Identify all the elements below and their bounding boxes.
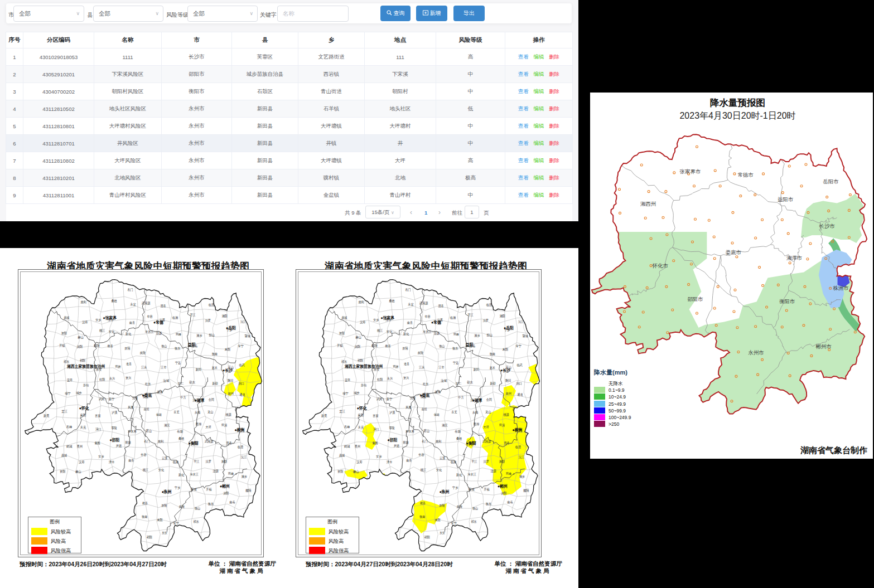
svg-text:冷水滩: 冷水滩 xyxy=(405,429,414,433)
svg-text:浏阳: 浏阳 xyxy=(501,492,506,495)
svg-text:沅陵: 沅陵 xyxy=(132,396,138,400)
svg-text:衡南: 衡南 xyxy=(419,515,426,519)
svg-text:沅江: 沅江 xyxy=(518,320,524,324)
svg-text:麻阳: 麻阳 xyxy=(80,413,86,417)
svg-text:怀化市: 怀化市 xyxy=(652,263,669,269)
svg-text:湘西土家族苗族自治州: 湘西土家族苗族自治州 xyxy=(66,364,105,370)
svg-text:●永州: ●永州 xyxy=(162,489,172,495)
svg-text:慈利: 慈利 xyxy=(157,440,164,444)
svg-text:衡南: 衡南 xyxy=(489,352,496,356)
svg-text:衡山: 衡山 xyxy=(438,344,445,348)
svg-text:吉首: 吉首 xyxy=(372,414,379,417)
svg-text:耒阳: 耒阳 xyxy=(157,518,162,522)
svg-text:安仁: 安仁 xyxy=(178,381,184,385)
svg-text:荷塘: 荷塘 xyxy=(403,441,409,445)
svg-text:桑植: 桑植 xyxy=(178,437,185,441)
svg-text:新化: 新化 xyxy=(178,473,185,477)
svg-text:冷水江: 冷水江 xyxy=(145,330,154,334)
svg-text:鹤城: 鹤城 xyxy=(66,445,73,448)
svg-text:岳阳市: 岳阳市 xyxy=(823,178,839,184)
svg-text:株洲市: 株洲市 xyxy=(833,285,849,291)
svg-text:花垣: 花垣 xyxy=(144,407,150,411)
svg-text:双牌: 双牌 xyxy=(392,365,399,369)
svg-text:安乡: 安乡 xyxy=(373,318,379,322)
svg-text:望城: 望城 xyxy=(523,334,529,338)
svg-text:湘阴: 湘阴 xyxy=(500,314,505,318)
svg-text:●衡阳: ●衡阳 xyxy=(189,440,199,446)
svg-text:●湘潭: ●湘潭 xyxy=(472,397,482,403)
svg-text:汉寿: 汉寿 xyxy=(356,460,363,464)
svg-text:平江: 平江 xyxy=(467,313,474,317)
svg-text:临湘: 临湘 xyxy=(173,460,178,464)
svg-text:●衡阳: ●衡阳 xyxy=(466,440,476,446)
svg-text:洞口: 洞口 xyxy=(239,381,244,385)
svg-text:●郴州: ●郴州 xyxy=(220,483,230,489)
svg-text:汝城: 汝城 xyxy=(441,379,447,383)
svg-text:湘滨: 湘滨 xyxy=(164,424,170,427)
svg-text:天元: 天元 xyxy=(80,426,86,429)
svg-text:●邵阳: ●邵阳 xyxy=(388,438,398,443)
svg-text:桂阳: 桂阳 xyxy=(376,378,383,382)
svg-text:中方: 中方 xyxy=(458,396,464,400)
svg-text:慈利: 慈利 xyxy=(435,440,442,444)
svg-text:临澧: 临澧 xyxy=(515,445,521,449)
svg-text:鼎城: 鼎城 xyxy=(61,454,67,458)
svg-text:保靖: 保靖 xyxy=(156,412,162,416)
svg-text:开福: 开福 xyxy=(59,344,65,348)
svg-text:祁东: 祁东 xyxy=(471,520,477,523)
svg-text:绥宁: 绥宁 xyxy=(65,392,71,395)
svg-text:苏仙: 苏仙 xyxy=(361,383,367,386)
svg-text:资兴: 资兴 xyxy=(125,376,132,380)
svg-text:澧县: 澧县 xyxy=(438,304,444,308)
svg-text:岳塘: 岳塘 xyxy=(455,429,461,433)
svg-text:武冈: 武冈 xyxy=(376,397,382,400)
svg-text:江永: 江永 xyxy=(141,366,147,370)
svg-text:隆回: 隆回 xyxy=(228,379,233,382)
svg-text:醴陵: 醴陵 xyxy=(523,488,529,492)
svg-text:嘉禾: 嘉禾 xyxy=(490,366,496,370)
svg-text:新化: 新化 xyxy=(456,473,462,477)
svg-text:湘西州: 湘西州 xyxy=(640,201,656,207)
svg-text:开福: 开福 xyxy=(484,487,490,491)
svg-text:晃州: 晃州 xyxy=(77,445,83,449)
svg-text:衡南: 衡南 xyxy=(211,352,218,356)
svg-text:荷塘: 荷塘 xyxy=(125,441,131,445)
svg-text:汉寿: 汉寿 xyxy=(360,320,366,324)
svg-text:衡东: 衡东 xyxy=(174,347,181,351)
svg-text:祁阳: 祁阳 xyxy=(424,536,430,540)
svg-text:隆回: 隆回 xyxy=(505,379,511,382)
svg-text:赫山: 赫山 xyxy=(78,336,84,339)
svg-text:沅陵: 沅陵 xyxy=(410,396,416,400)
svg-text:临澧: 临澧 xyxy=(486,303,492,307)
svg-text:晃州: 晃州 xyxy=(355,445,361,449)
svg-text:零陵: 零陵 xyxy=(389,426,395,429)
svg-text:●常德: ●常德 xyxy=(431,319,441,325)
svg-text:桃源: 桃源 xyxy=(226,412,232,416)
svg-text:平江: 平江 xyxy=(471,459,477,463)
svg-text:永顺: 永顺 xyxy=(195,411,201,414)
svg-text:湘潭市: 湘潭市 xyxy=(786,255,803,261)
svg-text:芦淞: 芦淞 xyxy=(394,444,400,448)
svg-text:华容: 华容 xyxy=(418,453,424,457)
svg-text:靖州: 靖州 xyxy=(228,392,234,395)
svg-text:攸县: 攸县 xyxy=(420,501,426,504)
svg-text:临湘: 临湘 xyxy=(451,460,456,464)
svg-text:芷江: 芷江 xyxy=(340,410,346,414)
svg-text:望城: 望城 xyxy=(191,487,197,490)
svg-text:衡阳市: 衡阳市 xyxy=(779,298,795,304)
svg-text:新化: 新化 xyxy=(125,332,132,336)
svg-text:宁远: 宁远 xyxy=(453,361,459,365)
svg-text:醴陵: 醴陵 xyxy=(245,488,252,492)
svg-text:湘乡: 湘乡 xyxy=(196,334,202,338)
svg-text:双峰: 双峰 xyxy=(228,472,234,475)
svg-text:茶陵: 茶陵 xyxy=(439,503,445,507)
svg-text:湘乡: 湘乡 xyxy=(474,334,480,338)
svg-text:茶陵: 茶陵 xyxy=(124,347,131,350)
svg-text:道县: 道县 xyxy=(126,362,132,366)
svg-text:洞口: 洞口 xyxy=(516,381,522,385)
svg-text:青园: 青园 xyxy=(94,441,100,444)
svg-text:石门: 石门 xyxy=(144,440,149,443)
svg-text:石门: 石门 xyxy=(127,288,133,291)
svg-text:泸溪: 泸溪 xyxy=(112,411,118,415)
svg-text:中方: 中方 xyxy=(180,396,186,400)
